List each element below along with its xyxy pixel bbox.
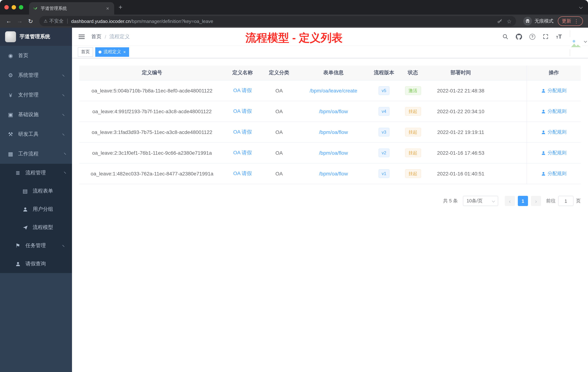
form-link[interactable]: /bpm/oa/flow [319, 171, 348, 176]
definition-table: 定义编号 定义名称 定义分类 表单信息 流程版本 状态 部署时间 操作 oa_l… [79, 66, 581, 184]
sidebar-item-process-model[interactable]: 流程模型 [0, 219, 72, 237]
list-icon: ≣ [14, 170, 22, 176]
security-label[interactable]: 不安全 [50, 18, 64, 24]
sidebar-item-label: 任务管理 [25, 242, 46, 249]
next-page-button[interactable]: › [531, 196, 541, 206]
definition-id: oa_leave:3:1fad3d93-7b75-11ec-a3c8-acde4… [79, 122, 225, 142]
minimize-window-button[interactable] [12, 5, 16, 10]
reload-button[interactable]: ↻ [25, 16, 36, 26]
sidebar-item-process-management[interactable]: ≣ 流程管理 [0, 164, 72, 182]
form-link[interactable]: /bpm/oa/leave/create [310, 88, 357, 94]
assign-rule-link[interactable]: 分配规则 [541, 87, 567, 94]
sidebar-item-label: 流程管理 [25, 170, 46, 176]
page-1-button[interactable]: 1 [518, 196, 528, 206]
version-badge: v3 [378, 128, 389, 136]
col-filler [494, 66, 527, 80]
form-link[interactable]: /bpm/oa/flow [319, 150, 348, 156]
assign-rule-link[interactable]: 分配规则 [541, 150, 567, 156]
breadcrumb-home[interactable]: 首页 [91, 33, 101, 40]
table-cell [494, 122, 527, 142]
form-icon: ▤ [21, 188, 29, 194]
sidebar-item-system[interactable]: ⚙ 系统管理 [0, 66, 72, 85]
github-icon[interactable] [516, 33, 522, 40]
paper-plane-icon [21, 224, 29, 230]
chevron-down-icon [62, 93, 66, 96]
definition-name-link[interactable]: OA 请假 [233, 108, 252, 115]
back-button[interactable]: ← [4, 16, 14, 26]
deploy-time: 2022-01-22 19:19:11 [427, 122, 494, 142]
fullscreen-icon[interactable] [543, 33, 549, 40]
sidebar-item-leave-query[interactable]: 请假查询 [0, 255, 72, 273]
tag-process-definition[interactable]: 流程定义 × [95, 47, 129, 57]
chevron-up-icon [62, 153, 66, 156]
definition-name-link[interactable]: OA 请假 [233, 170, 252, 177]
dashboard-icon: ◉ [7, 52, 15, 59]
help-icon[interactable]: ? [529, 34, 535, 40]
sidebar-item-infrastructure[interactable]: ▣ 基础设施 [0, 105, 72, 124]
goto-page-input[interactable] [558, 196, 573, 206]
tag-home[interactable]: 首页 [78, 47, 93, 57]
definition-id: oa_leave:1:482ec033-762a-11ec-8477-a2380… [79, 164, 225, 184]
pagination-total: 共 5 条 [443, 198, 458, 204]
tab-close-icon[interactable]: × [105, 5, 111, 12]
assign-rule-link[interactable]: 分配规则 [541, 108, 567, 115]
sidebar-item-payment[interactable]: ¥ 支付管理 [0, 85, 72, 105]
sidebar-item-workflow[interactable]: ▦ 工作流程 [0, 144, 72, 164]
sidebar-item-user-group[interactable]: 用户分组 [0, 200, 72, 219]
page-size-select[interactable]: 10条/页 [463, 196, 498, 206]
col-definition-name: 定义名称 [225, 66, 260, 80]
flag-icon: ⚑ [14, 242, 22, 249]
table-cell: v4 [369, 101, 399, 121]
definition-name-link[interactable]: OA 请假 [233, 87, 252, 94]
assign-rule-link[interactable]: 分配规则 [541, 129, 567, 135]
page-size-value: 10条/页 [467, 198, 483, 204]
sidebar-item-devtools[interactable]: ⚒ 研发工具 [0, 124, 72, 144]
deploy-time: 2022-01-16 17:46:53 [427, 143, 494, 163]
user-icon [541, 171, 546, 176]
table-cell [494, 164, 527, 184]
definition-name-link[interactable]: OA 请假 [233, 150, 252, 156]
user-icon [541, 109, 546, 114]
tab-search-chevron-icon[interactable] [579, 5, 583, 9]
browser-tab[interactable]: 芋道管理系统 × [29, 2, 114, 15]
form-link[interactable]: /bpm/oa/flow [319, 129, 348, 135]
sidebar-item-label: 流程模型 [33, 224, 53, 231]
page-content: 定义编号 定义名称 定义分类 表单信息 流程版本 状态 部署时间 操作 oa_l… [72, 58, 588, 372]
close-window-button[interactable] [4, 5, 9, 10]
definition-name-link[interactable]: OA 请假 [233, 129, 252, 135]
forward-button[interactable]: → [15, 16, 25, 26]
definition-category: OA [260, 122, 298, 142]
sidebar-logo[interactable]: 芋道管理系统 [0, 28, 72, 46]
sidebar-item-label: 流程表单 [33, 188, 53, 194]
action-label: 分配规则 [548, 170, 567, 177]
sidebar-item-home[interactable]: ◉ 首页 [0, 46, 72, 66]
browser-window: 芋道管理系统 × + ← → ↻ ⚠ 不安全 dashboard.yudao.i… [0, 0, 588, 372]
url-host: dashboard.yudao.iocoder.cn [71, 18, 131, 24]
sidebar-item-label: 首页 [18, 52, 28, 59]
address-bar[interactable]: ⚠ 不安全 dashboard.yudao.iocoder.cn/bpm/man… [39, 16, 516, 26]
logo-avatar [5, 31, 16, 42]
sidebar-item-process-form[interactable]: ▤ 流程表单 [0, 182, 72, 200]
sidebar-item-task-management[interactable]: ⚑ 任务管理 [0, 237, 72, 255]
search-icon[interactable] [502, 33, 508, 40]
sidebar-toggle-icon[interactable] [78, 33, 85, 40]
menu-dots-icon[interactable]: ⋮ [574, 19, 579, 24]
table-cell: /bpm/oa/leave/create [298, 80, 369, 101]
omnibox-actions: ☆ [497, 18, 512, 24]
assign-rule-link[interactable]: 分配规则 [541, 170, 567, 177]
browser-update-button[interactable]: 更新 ⋮ [558, 16, 583, 26]
action-label: 分配规则 [548, 129, 567, 135]
prev-page-button[interactable]: ‹ [505, 196, 515, 206]
user-avatar-menu[interactable] [570, 30, 582, 43]
version-badge: v5 [378, 86, 389, 95]
omnibox-divider [67, 19, 68, 24]
password-key-icon[interactable] [497, 18, 502, 24]
form-link[interactable]: /bpm/oa/flow [319, 109, 348, 114]
tag-close-icon[interactable]: × [123, 50, 126, 54]
update-label: 更新 [562, 18, 571, 24]
font-size-icon[interactable]: TT [556, 34, 562, 40]
bookmark-star-icon[interactable]: ☆ [507, 18, 512, 24]
chevron-up-icon [62, 172, 66, 175]
new-tab-button[interactable]: + [118, 4, 122, 11]
zoom-window-button[interactable] [19, 5, 23, 10]
